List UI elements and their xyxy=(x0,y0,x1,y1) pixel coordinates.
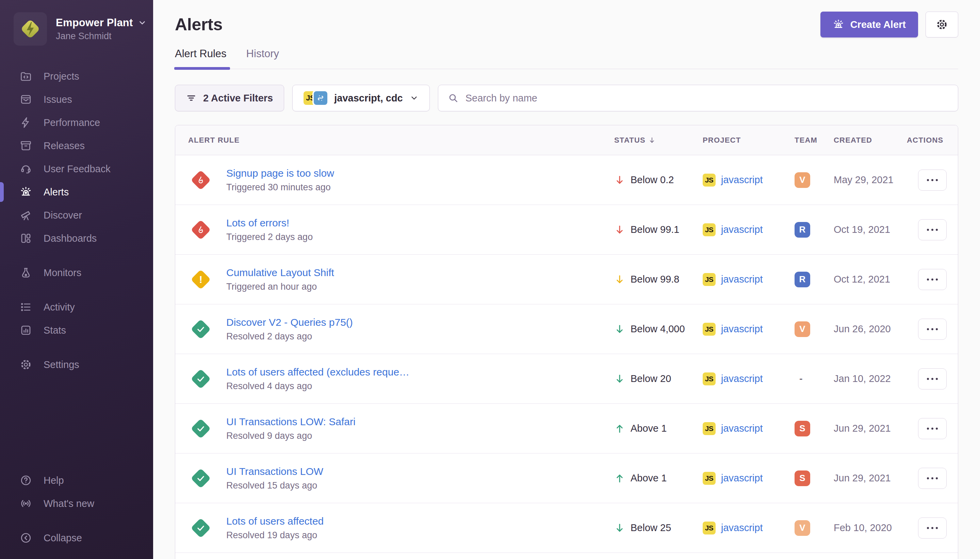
tab-history[interactable]: History xyxy=(246,48,279,69)
status-arrow-icon xyxy=(614,423,625,434)
alert-status-icon: ! xyxy=(191,269,211,289)
alert-rule-link[interactable]: Lots of users affected xyxy=(226,515,323,527)
sidebar-item-performance[interactable]: Performance xyxy=(0,111,153,134)
sidebar-item-monitors[interactable]: Monitors xyxy=(0,261,153,284)
alert-settings-button[interactable] xyxy=(926,12,958,38)
check-icon xyxy=(196,324,206,334)
empower-plant-diamond-bolt-logo xyxy=(13,12,47,46)
column-header-alert-rule[interactable]: Alert Rule xyxy=(175,136,614,145)
sidebar-item-issues[interactable]: Issues xyxy=(0,88,153,111)
status-arrow-icon xyxy=(614,374,625,384)
sidebar-item-projects[interactable]: Projects xyxy=(0,64,153,88)
project-link[interactable]: javascript xyxy=(721,274,763,285)
row-actions-button[interactable] xyxy=(918,418,947,439)
javascript-logo-icon: JS xyxy=(703,273,716,286)
filter-lines-icon xyxy=(186,93,196,103)
project-link[interactable]: javascript xyxy=(721,522,763,533)
sidebar-item-settings[interactable]: Settings xyxy=(0,353,153,376)
project-link[interactable]: javascript xyxy=(721,473,763,484)
check-icon xyxy=(196,473,206,483)
row-actions-button[interactable] xyxy=(918,368,947,389)
team-badge: V xyxy=(795,520,810,536)
sidebar-item-collapse[interactable]: Collapse xyxy=(0,526,153,549)
sidebar-item-user-feedback[interactable]: User Feedback xyxy=(0,157,153,180)
column-header-project[interactable]: Project xyxy=(703,136,795,145)
column-header-created[interactable]: Created xyxy=(834,136,907,145)
status-threshold: Above 1 xyxy=(630,473,667,484)
status-arrow-icon xyxy=(614,274,625,285)
javascript-logo-icon: JS xyxy=(703,174,716,187)
project-platform-icons: JS xyxy=(304,91,327,105)
lightning-icon xyxy=(19,116,33,129)
sidebar-item-whats-new[interactable]: What's new xyxy=(0,492,153,515)
alert-rule-link[interactable]: UI Transactions LOW xyxy=(226,466,323,477)
team-none: - xyxy=(795,373,803,384)
alert-rule-cell: ! Signup page is too slow Triggered 30 m… xyxy=(175,167,614,193)
column-header-team[interactable]: Team xyxy=(795,136,834,145)
alert-rule-cell: ! Lots of users affected (excludes reque… xyxy=(175,366,614,392)
org-switcher[interactable]: Empower Plant Jane Schmidt xyxy=(0,12,153,46)
status-cell: Below 99.1 xyxy=(614,224,703,235)
project-selector[interactable]: JS javascript, cdc xyxy=(292,85,430,111)
page-header: Alerts Create Alert xyxy=(175,12,958,38)
create-alert-button[interactable]: Create Alert xyxy=(820,12,918,38)
alert-rule-link[interactable]: Cumulative Layout Shift xyxy=(226,267,334,278)
alert-rule-link[interactable]: Signup page is too slow xyxy=(226,167,334,179)
project-cell: JS javascript xyxy=(703,323,795,336)
actions-cell xyxy=(907,518,958,539)
row-actions-button[interactable] xyxy=(918,468,947,489)
row-actions-button[interactable] xyxy=(918,269,947,290)
column-header-status[interactable]: Status xyxy=(614,136,703,145)
ellipsis-icon xyxy=(927,477,929,480)
team-badge: S xyxy=(795,470,810,486)
sidebar-item-alerts[interactable]: Alerts xyxy=(0,180,153,203)
project-link[interactable]: javascript xyxy=(721,323,763,335)
project-link[interactable]: javascript xyxy=(721,423,763,434)
javascript-logo-icon: JS xyxy=(703,422,716,435)
row-actions-button[interactable] xyxy=(918,518,947,539)
alert-status-icon: ! xyxy=(191,418,211,438)
headset-icon xyxy=(19,162,33,176)
alert-status-icon: ! xyxy=(191,220,211,240)
chevron-down-icon xyxy=(410,94,419,103)
fire-icon xyxy=(196,225,206,235)
check-icon xyxy=(196,424,206,433)
project-link[interactable]: javascript xyxy=(721,373,763,384)
alert-status-icon: ! xyxy=(191,518,211,538)
layout-grid-icon xyxy=(19,232,33,245)
tab-alert-rules[interactable]: Alert Rules xyxy=(175,48,227,69)
row-actions-button[interactable] xyxy=(918,170,947,191)
created-cell: Feb 10, 2020 xyxy=(834,522,907,533)
alert-status-icon: ! xyxy=(191,170,211,190)
alert-rule-status-note: Resolved 9 days ago xyxy=(226,431,356,441)
alert-rule-link[interactable]: Discover V2 - Queries p75() xyxy=(226,317,353,328)
help-circle-icon xyxy=(19,473,33,487)
created-cell: Jun 26, 2020 xyxy=(834,323,907,335)
alert-rule-status-note: Triggered 30 minutes ago xyxy=(226,182,334,193)
javascript-logo-icon: JS xyxy=(703,521,716,534)
project-link[interactable]: javascript xyxy=(721,174,763,185)
sidebar: Empower Plant Jane Schmidt Projects Issu… xyxy=(0,0,153,559)
alert-rule-link[interactable]: UI Transactions LOW: Safari xyxy=(226,416,356,428)
active-filters-button[interactable]: 2 Active Filters xyxy=(175,85,284,111)
alert-rule-link[interactable]: Lots of errors! xyxy=(226,217,313,229)
row-actions-button[interactable] xyxy=(918,219,947,240)
ellipsis-icon xyxy=(927,378,929,380)
sidebar-item-releases[interactable]: Releases xyxy=(0,134,153,157)
project-link[interactable]: javascript xyxy=(721,224,763,235)
sidebar-item-help[interactable]: Help xyxy=(0,469,153,492)
table-row: ! Cumulative Layout Shift Triggered an h… xyxy=(175,255,958,304)
team-badge: R xyxy=(795,272,810,287)
project-cell: JS javascript xyxy=(703,422,795,435)
sidebar-item-dashboards[interactable]: Dashboards xyxy=(0,227,153,250)
row-actions-button[interactable] xyxy=(918,319,947,340)
check-icon xyxy=(196,374,206,384)
sidebar-item-activity[interactable]: Activity xyxy=(0,296,153,319)
status-cell: Below 20 xyxy=(614,373,703,384)
sidebar-item-discover[interactable]: Discover xyxy=(0,203,153,227)
sidebar-item-stats[interactable]: Stats xyxy=(0,319,153,342)
alert-rule-link[interactable]: Lots of users affected (excludes reque… xyxy=(226,366,409,378)
search-input[interactable] xyxy=(465,93,949,104)
created-cell: Oct 19, 2021 xyxy=(834,224,907,235)
filter-bar: 2 Active Filters JS javascript, cdc xyxy=(175,85,958,111)
